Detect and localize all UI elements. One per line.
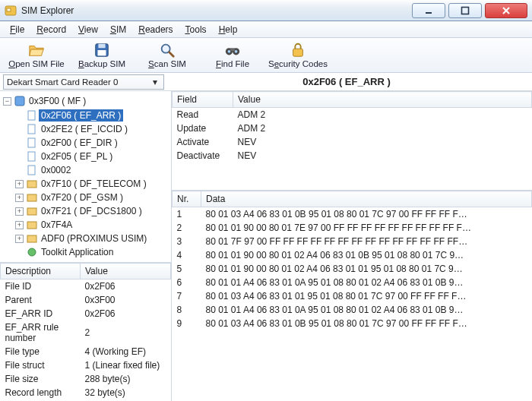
desc-key: File struct xyxy=(1,358,81,372)
rec-data: 80 01 03 A4 06 83 01 0B 95 01 08 80 01 7… xyxy=(201,207,532,222)
rec-nr: 2 xyxy=(173,221,201,235)
col-value[interactable]: Value xyxy=(233,92,532,108)
tree-node[interactable]: +0x7F10 ( DF_TELECOM ) xyxy=(15,177,169,191)
col-description[interactable]: Description xyxy=(1,264,81,279)
table-row[interactable]: 680 01 01 A4 06 83 01 0A 95 01 08 80 01 … xyxy=(173,276,532,289)
tree-node[interactable]: +ADF0 (PROXIMUS USIM) xyxy=(15,232,169,245)
rec-nr: 9 xyxy=(173,317,201,330)
svg-rect-24 xyxy=(27,235,36,242)
table-row[interactable]: Record length32 byte(s) xyxy=(1,386,171,399)
tree-label: 0x7F20 ( DF_GSM ) xyxy=(39,191,125,204)
table-row[interactable]: UpdateADM 2 xyxy=(173,122,532,135)
table-row[interactable]: ActivateNEV xyxy=(173,135,532,149)
open-sim-file-button[interactable]: Open SIM File xyxy=(6,39,67,71)
table-row[interactable]: Parent0x3F00 xyxy=(1,293,171,307)
table-row[interactable]: File ID0x2F06 xyxy=(1,279,171,294)
col-nr[interactable]: Nr. xyxy=(173,191,201,207)
security-codes-button[interactable]: Security Codes xyxy=(268,39,328,71)
table-row[interactable]: EF_ARR ID0x2F06 xyxy=(1,307,171,320)
table-row[interactable]: 980 01 03 A4 06 83 01 0B 95 01 08 80 01 … xyxy=(173,317,532,330)
col-field[interactable]: Field xyxy=(173,92,233,108)
tree-label: 0x7F10 ( DF_TELECOM ) xyxy=(39,178,149,190)
tree-node[interactable]: 0x0002 xyxy=(15,163,169,177)
reader-select[interactable]: Dekart Smart Card Reader 0 ▾ xyxy=(3,74,164,90)
expand-icon[interactable]: + xyxy=(15,235,24,243)
toolbar-label: Find File xyxy=(216,59,249,68)
rec-data: 80 01 01 A4 06 83 01 0A 95 01 08 80 01 0… xyxy=(201,276,532,289)
table-row[interactable]: File type4 (Working EF) xyxy=(1,345,171,358)
close-icon xyxy=(501,6,511,15)
toolbar-label: Scan SIM xyxy=(148,59,186,68)
tree-label: 0x7F21 ( DF_DCS1800 ) xyxy=(39,205,144,217)
close-button[interactable] xyxy=(485,3,527,18)
expand-icon[interactable]: + xyxy=(15,194,24,202)
svg-point-12 xyxy=(235,50,238,53)
maximize-icon xyxy=(461,6,470,15)
table-row[interactable]: 580 01 01 90 00 80 01 02 A4 06 83 01 01 … xyxy=(173,262,532,276)
expand-icon[interactable]: + xyxy=(15,207,24,216)
collapse-icon[interactable]: − xyxy=(3,97,11,106)
desc-val: 288 byte(s) xyxy=(81,372,171,386)
field-val: ADM 2 xyxy=(233,108,532,122)
table-row[interactable]: 780 01 03 A4 06 83 01 01 95 01 08 80 01 … xyxy=(173,289,532,303)
tree-label: 0x2F05 ( EF_PL ) xyxy=(39,150,115,163)
table-row[interactable]: DeactivateNEV xyxy=(173,149,532,163)
app-icon xyxy=(5,5,17,17)
current-file-label: 0x2F06 ( EF_ARR ) xyxy=(164,76,529,87)
rec-data: 80 01 01 90 00 80 01 02 A4 06 83 01 0B 9… xyxy=(201,248,532,262)
menubar: File Record View SIM Readers Tools Help xyxy=(0,21,532,38)
svg-rect-3 xyxy=(462,7,469,14)
scan-sim-button[interactable]: Scan SIM xyxy=(137,39,198,71)
tree-node[interactable]: 0x2F00 ( EF_DIR ) xyxy=(15,136,169,150)
col-data[interactable]: Data xyxy=(201,191,532,207)
field-val: NEV xyxy=(233,135,532,149)
expand-icon[interactable]: + xyxy=(15,180,24,188)
save-icon xyxy=(93,42,110,58)
toolbar-label: Open SIM File xyxy=(8,59,65,68)
tree-label: 0x2FE2 ( EF_ICCID ) xyxy=(39,123,130,135)
table-row[interactable]: EF_ARR rule number2 xyxy=(1,320,171,345)
tree-node[interactable]: +0x7F21 ( DF_DCS1800 ) xyxy=(15,204,169,218)
table-row[interactable]: 280 01 01 90 00 80 01 7E 97 00 FF FF FF … xyxy=(173,221,532,235)
tree-node[interactable]: +0x7F4A xyxy=(15,218,169,232)
desc-key: File ID xyxy=(1,279,81,294)
tree-node-root[interactable]: − 0x3F00 ( MF ) 0x2F06 ( EF_ARR ) 0x2FE2… xyxy=(3,94,169,260)
table-row[interactable]: File struct1 (Linear fixed file) xyxy=(1,358,171,372)
toolbar-label: Backup SIM xyxy=(78,59,125,68)
backup-sim-button[interactable]: Backup SIM xyxy=(71,39,132,71)
minimize-icon xyxy=(424,6,433,15)
desc-key: File type xyxy=(1,345,81,358)
menu-help[interactable]: Help xyxy=(214,23,243,36)
tree-node[interactable]: +0x7F20 ( DF_GSM ) xyxy=(15,191,169,204)
table-row[interactable]: 480 01 01 90 00 80 01 02 A4 06 83 01 0B … xyxy=(173,248,532,262)
svg-rect-20 xyxy=(27,181,36,188)
file-icon xyxy=(27,110,37,121)
field-value-table: Field Value ReadADM 2UpdateADM 2Activate… xyxy=(172,91,532,191)
menu-view[interactable]: View xyxy=(73,23,103,36)
menu-readers[interactable]: Readers xyxy=(133,23,178,36)
menu-sim[interactable]: SIM xyxy=(105,23,131,36)
tree-node[interactable]: 0x2F05 ( EF_PL ) xyxy=(15,150,169,163)
col-value[interactable]: Value xyxy=(81,264,171,279)
table-row[interactable]: 180 01 03 A4 06 83 01 0B 95 01 08 80 01 … xyxy=(173,207,532,222)
table-row[interactable]: File size288 byte(s) xyxy=(1,372,171,386)
rec-nr: 1 xyxy=(173,207,201,222)
table-row[interactable]: 380 01 7F 97 00 FF FF FF FF FF FF FF FF … xyxy=(173,235,532,248)
tree-node[interactable]: Toolkit Application xyxy=(15,245,169,259)
menu-tools[interactable]: Tools xyxy=(180,23,212,36)
find-file-button[interactable]: Find File xyxy=(202,39,263,71)
minimize-button[interactable] xyxy=(412,3,445,18)
app-icon xyxy=(27,247,37,257)
desc-key: Record length xyxy=(1,386,81,399)
file-tree[interactable]: − 0x3F00 ( MF ) 0x2F06 ( EF_ARR ) 0x2FE2… xyxy=(0,91,171,263)
maximize-button[interactable] xyxy=(448,3,482,18)
expand-icon[interactable]: + xyxy=(15,221,24,229)
table-row[interactable]: ReadADM 2 xyxy=(173,108,532,122)
menu-record[interactable]: Record xyxy=(31,23,71,36)
tree-node[interactable]: 0x2FE2 ( EF_ICCID ) xyxy=(15,122,169,136)
menu-file[interactable]: File xyxy=(5,23,30,36)
svg-rect-16 xyxy=(28,125,35,134)
tree-node[interactable]: 0x2F06 ( EF_ARR ) xyxy=(15,109,169,122)
rec-nr: 4 xyxy=(173,248,201,262)
table-row[interactable]: 880 01 01 A4 06 83 01 0A 95 01 08 80 01 … xyxy=(173,303,532,317)
